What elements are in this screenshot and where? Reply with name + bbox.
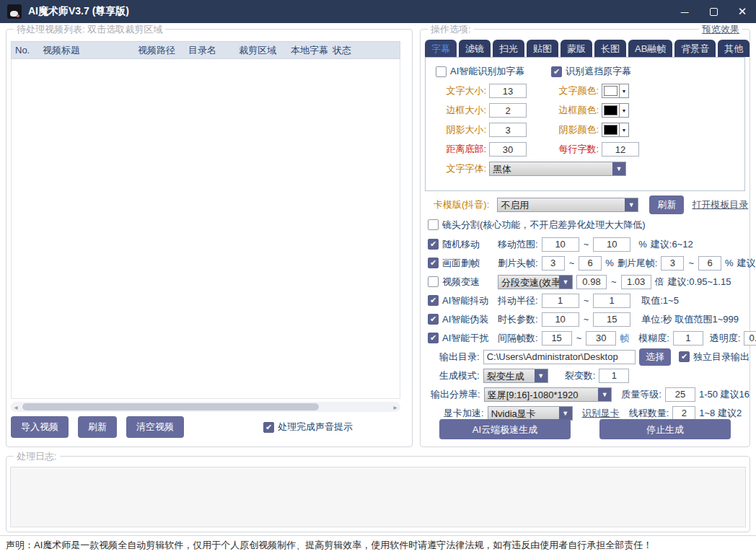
font-dropdown[interactable]: 黑体 ▼	[489, 162, 626, 176]
tab-贴图[interactable]: 贴图	[527, 40, 558, 57]
chars-per-line-input[interactable]	[602, 142, 639, 157]
text-color-dropdown[interactable]: ▼	[602, 84, 629, 98]
checkbox-icon[interactable]	[428, 219, 439, 230]
checkbox-icon[interactable]	[428, 333, 439, 343]
move-range-min-input[interactable]	[542, 237, 579, 252]
import-videos-button[interactable]: 导入视频	[11, 416, 69, 438]
speed-mode-dropdown[interactable]: 分段变速(效率优先) ▼	[498, 275, 573, 289]
blur-input[interactable]	[673, 331, 703, 346]
border-color-dropdown[interactable]: ▼	[602, 103, 629, 118]
checkbox-icon[interactable]	[428, 314, 439, 325]
threads-input[interactable]	[672, 406, 695, 421]
speed-change-checkbox[interactable]: 视频变速	[428, 276, 494, 289]
dropdown-arrow-icon[interactable]: ▼	[619, 84, 628, 97]
jitter-max-input[interactable]	[593, 294, 630, 308]
checkbox-icon[interactable]	[263, 422, 274, 433]
scroll-right-arrow[interactable]: ▸	[390, 403, 400, 411]
quality-input[interactable]	[665, 387, 695, 402]
resolution-dropdown[interactable]: 竖屏[9:16]-1080*1920 ▼	[484, 387, 612, 402]
gpu-dropdown[interactable]: Nvidia显卡 ▼	[488, 406, 573, 421]
chevron-down-icon[interactable]: ▼	[612, 162, 625, 175]
chevron-down-icon[interactable]: ▼	[559, 407, 572, 420]
gen-mode-dropdown[interactable]: 裂变生成 ▼	[483, 369, 548, 383]
duration-max-input[interactable]	[593, 312, 630, 327]
preview-effect-link[interactable]: 预览效果	[699, 23, 742, 36]
random-move-checkbox[interactable]: 随机移动	[428, 238, 494, 251]
head-frames-min-input[interactable]	[542, 256, 565, 271]
video-table-body[interactable]	[11, 59, 400, 399]
refresh-list-button[interactable]: 刷新	[78, 416, 117, 438]
cloud-generate-button[interactable]: AI云端极速生成	[439, 419, 571, 439]
scroll-left-arrow[interactable]: ◂	[11, 403, 21, 411]
chevron-down-icon[interactable]: ▼	[559, 276, 572, 289]
tab-滤镜[interactable]: 滤镜	[459, 40, 491, 57]
tail-frames-min-input[interactable]	[661, 256, 684, 271]
tab-背景音[interactable]: 背景音	[674, 40, 716, 57]
horizontal-scrollbar[interactable]: ◂ ▸	[11, 402, 400, 412]
opacity-input[interactable]	[744, 331, 756, 346]
cover-subtitle-checkbox[interactable]: 识别遮挡原字幕	[551, 65, 631, 78]
tab-AB融帧[interactable]: AB融帧	[628, 40, 672, 57]
scrollbar-thumb[interactable]	[22, 403, 319, 410]
open-template-dir-link[interactable]: 打开模板目录	[692, 198, 748, 211]
dropdown-arrow-icon[interactable]: ▼	[619, 123, 628, 136]
column-header[interactable]: 目录名	[185, 44, 235, 57]
tab-蒙版[interactable]: 蒙版	[561, 40, 592, 57]
interval-min-input[interactable]	[542, 331, 572, 346]
chevron-down-icon[interactable]: ▼	[598, 388, 611, 401]
tab-长图[interactable]: 长图	[594, 40, 626, 57]
checkbox-icon[interactable]	[551, 66, 562, 77]
checkbox-icon[interactable]	[428, 239, 439, 250]
choose-dir-button[interactable]: 选择	[639, 348, 671, 366]
column-header[interactable]: 本地字幕	[287, 44, 329, 57]
shot-split-checkbox[interactable]: 镜头分割(核心功能，不开启差异化处理大大降低)	[428, 219, 646, 232]
checkbox-icon[interactable]	[428, 276, 439, 287]
chevron-down-icon[interactable]: ▼	[535, 369, 548, 382]
ai-interfere-checkbox[interactable]: AI智能干扰	[428, 332, 494, 345]
head-frames-max-input[interactable]	[579, 256, 602, 271]
checkbox-icon[interactable]	[436, 66, 447, 77]
ai-disguise-checkbox[interactable]: AI智能伪装	[428, 313, 494, 326]
stop-generate-button[interactable]: 停止生成	[599, 419, 731, 439]
text-size-input[interactable]	[489, 84, 527, 98]
bottom-distance-input[interactable]	[489, 142, 527, 157]
move-range-max-input[interactable]	[593, 237, 630, 252]
speed-max-input[interactable]	[621, 275, 651, 289]
tab-其他[interactable]: 其他	[718, 40, 750, 57]
duration-min-input[interactable]	[542, 312, 579, 327]
log-textarea[interactable]	[10, 467, 746, 527]
clear-videos-button[interactable]: 清空视频	[126, 416, 184, 438]
jitter-min-input[interactable]	[542, 294, 579, 308]
tab-扫光[interactable]: 扫光	[493, 40, 524, 57]
template-refresh-button[interactable]: 刷新	[649, 195, 684, 214]
maximize-button[interactable]	[707, 5, 720, 18]
interval-max-input[interactable]	[586, 331, 616, 346]
checkbox-icon[interactable]	[428, 258, 439, 268]
detect-gpu-link[interactable]: 识别显卡	[582, 407, 620, 420]
border-size-input[interactable]	[489, 103, 527, 118]
frame-del-checkbox[interactable]: 画面删帧	[428, 257, 494, 270]
column-header[interactable]: 状态	[329, 44, 400, 57]
ai-subtitle-checkbox[interactable]: AI智能识别加字幕	[436, 65, 551, 78]
close-button[interactable]: ✕	[736, 5, 749, 18]
speed-min-input[interactable]	[576, 275, 607, 289]
column-header[interactable]: No.	[12, 45, 39, 56]
minimize-button[interactable]: ─	[678, 5, 691, 18]
independent-dir-checkbox[interactable]: 独立目录输出	[679, 351, 750, 364]
ai-jitter-checkbox[interactable]: AI智能抖动	[428, 294, 494, 307]
card-template-dropdown[interactable]: 不启用 ▼	[497, 198, 638, 212]
tail-frames-max-input[interactable]	[698, 256, 721, 271]
column-header[interactable]: 视频标题	[39, 44, 134, 57]
checkbox-icon[interactable]	[428, 295, 439, 306]
shadow-color-dropdown[interactable]: ▼	[602, 123, 629, 137]
column-header[interactable]: 裁剪区域	[235, 44, 287, 57]
checkbox-icon[interactable]	[679, 351, 690, 362]
tab-字幕[interactable]: 字幕	[425, 40, 457, 57]
column-header[interactable]: 视频路径	[134, 44, 185, 57]
shadow-size-input[interactable]	[489, 123, 527, 137]
fission-count-input[interactable]	[599, 369, 629, 383]
dropdown-arrow-icon[interactable]: ▼	[619, 104, 628, 117]
output-dir-input[interactable]	[483, 350, 636, 364]
chevron-down-icon[interactable]: ▼	[625, 198, 638, 211]
sound-tip-checkbox[interactable]: 处理完成声音提示	[263, 421, 353, 434]
